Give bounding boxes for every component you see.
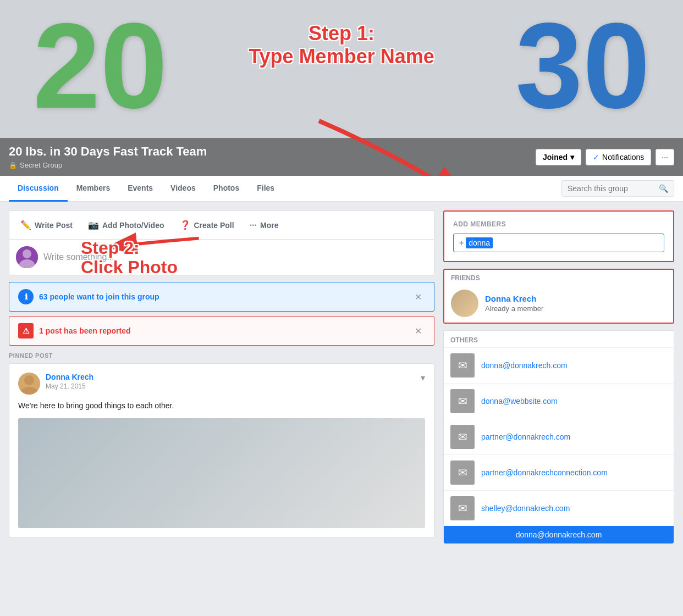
- donna-avatar: [451, 290, 478, 317]
- more-dots-label: ···: [662, 153, 668, 162]
- email-text-3: partner@donnakrechconnection.com: [481, 468, 608, 477]
- email-icon-2: ✉: [450, 425, 475, 449]
- other-row-1[interactable]: ✉ donna@webbsite.com: [444, 383, 674, 419]
- create-poll-button[interactable]: ❓ Create Poll: [173, 215, 241, 235]
- post-content: We're here to bring good things to each …: [18, 400, 425, 412]
- email-text-4: shelley@donnakrech.com: [481, 504, 570, 513]
- search-icon: 🔍: [659, 184, 668, 193]
- create-poll-label: Create Poll: [194, 221, 234, 230]
- svg-point-2: [23, 249, 31, 258]
- lock-icon: 🔒: [9, 162, 17, 169]
- post-author-info: Donna Krech May 21, 2015: [46, 373, 93, 390]
- post-chevron-icon[interactable]: ▾: [421, 373, 425, 383]
- poll-icon: ❓: [180, 220, 191, 230]
- joined-label: Joined: [543, 153, 568, 162]
- others-label: Others: [444, 331, 674, 347]
- report-banner-close[interactable]: ✕: [411, 325, 425, 337]
- other-row-0[interactable]: ✉ donna@donnakrech.com: [444, 347, 674, 383]
- main-layout: ✏️ Write Post 📷 Add Photo/Video ❓ Create…: [0, 202, 683, 553]
- other-row-4[interactable]: ✉ shelley@donnakrech.com: [444, 490, 674, 526]
- email-text-2: partner@donnakrech.com: [481, 432, 570, 441]
- member-name: Donna Krech: [485, 294, 667, 303]
- post-image: [18, 418, 425, 528]
- add-plus-icon: +: [459, 238, 464, 247]
- notifications-button[interactable]: ✓ Notifications: [586, 149, 651, 165]
- join-banner-close[interactable]: ✕: [411, 291, 425, 303]
- cover-title-area: 20 lbs. in 30 Days Fast Track Team 🔒 Sec…: [9, 145, 207, 169]
- member-status: Already a member: [485, 304, 667, 313]
- other-row-5[interactable]: donna@donnakrech.com: [444, 526, 674, 543]
- camera-icon: 📷: [88, 220, 99, 230]
- other-row-3[interactable]: ✉ partner@donnakrechconnection.com: [444, 454, 674, 490]
- email-icon-3: ✉: [450, 460, 475, 485]
- join-banner-text: 63 people want to join this group: [39, 292, 159, 301]
- banner-left-join: ℹ 63 people want to join this group: [18, 289, 159, 304]
- composer-placeholder[interactable]: Write something...: [43, 252, 114, 262]
- joined-button[interactable]: Joined ▾: [536, 149, 581, 165]
- tab-discussion[interactable]: Discussion: [9, 176, 68, 202]
- tab-videos[interactable]: Videos: [162, 176, 205, 202]
- others-section: Others ✉ donna@donnakrech.com ✉ donna@we…: [443, 330, 674, 544]
- add-members-input-row[interactable]: + donna: [453, 234, 664, 252]
- email-icon-4: ✉: [450, 496, 475, 520]
- add-photo-label: Add Photo/Video: [102, 221, 164, 230]
- friends-section: Friends Donna Krech Already a member: [443, 269, 674, 324]
- post-author-area: Donna Krech May 21, 2015: [18, 373, 93, 395]
- left-column: ✏️ Write Post 📷 Add Photo/Video ❓ Create…: [9, 210, 434, 544]
- nav-tabs: Discussion Members Events Videos Photos …: [9, 176, 283, 201]
- other-row-2[interactable]: ✉ partner@donnakrech.com: [444, 419, 674, 454]
- friends-section-label: Friends: [444, 270, 673, 284]
- member-row-donna[interactable]: Donna Krech Already a member: [444, 284, 673, 323]
- email-icon-1: ✉: [450, 389, 475, 413]
- composer-avatar: [16, 246, 38, 268]
- banner-left-report: ⚠ 1 post has been reported: [18, 323, 130, 338]
- write-post-icon: ✏️: [20, 220, 31, 230]
- more-icon: ···: [250, 220, 257, 230]
- check-icon: ✓: [593, 153, 599, 162]
- warning-icon: ⚠: [18, 323, 34, 338]
- post-date: May 21, 2015: [46, 382, 93, 390]
- cover-area: 20 30 Step 1: Type Member Name 20 lbs. i…: [0, 0, 683, 176]
- email-icon-0: ✉: [450, 353, 475, 378]
- tab-files[interactable]: Files: [248, 176, 283, 202]
- tab-photos[interactable]: Photos: [205, 176, 248, 202]
- add-photo-button[interactable]: 📷 Add Photo/Video: [81, 215, 171, 235]
- email-text-5: donna@donnakrech.com: [516, 530, 602, 539]
- info-icon: ℹ: [18, 289, 34, 304]
- more-button[interactable]: ··· More: [243, 215, 285, 235]
- post-author-name[interactable]: Donna Krech: [46, 373, 93, 381]
- more-label: More: [260, 221, 278, 230]
- join-banner: ℹ 63 people want to join this group ✕: [9, 282, 434, 312]
- composer-input-area: Write something...: [9, 240, 434, 275]
- more-options-button[interactable]: ···: [656, 149, 674, 165]
- donna-avatar-img: [451, 290, 478, 317]
- right-column: ADD MEMBERS + donna Friends Donna Krech …: [443, 210, 674, 544]
- tab-members[interactable]: Members: [68, 176, 119, 202]
- tab-events[interactable]: Events: [119, 176, 162, 202]
- report-banner-text: 1 post has been reported: [39, 326, 130, 335]
- cover-actions: Joined ▾ ✓ Notifications ···: [536, 149, 674, 165]
- cover-num-30: 30: [515, 5, 650, 126]
- write-post-label: Write Post: [35, 221, 73, 230]
- search-box[interactable]: 🔍: [561, 180, 674, 197]
- cover-subtitle-text: Secret Group: [20, 161, 62, 169]
- cover-info-bar: 20 lbs. in 30 Days Fast Track Team 🔒 Sec…: [0, 138, 683, 176]
- write-post-button[interactable]: ✏️ Write Post: [14, 215, 79, 235]
- pinned-post-label: PINNED POST: [9, 352, 434, 359]
- composer-actions: ✏️ Write Post 📷 Add Photo/Video ❓ Create…: [9, 211, 434, 240]
- add-members-title: ADD MEMBERS: [453, 220, 664, 228]
- search-input[interactable]: [568, 184, 656, 193]
- post-header: Donna Krech May 21, 2015 ▾: [18, 373, 425, 395]
- notifications-label: Notifications: [602, 153, 644, 162]
- add-members-typed-value: donna: [466, 237, 493, 248]
- cover-title: 20 lbs. in 30 Days Fast Track Team: [9, 145, 207, 159]
- cover-subtitle: 🔒 Secret Group: [9, 161, 207, 169]
- post-avatar: [18, 373, 40, 395]
- post-composer: ✏️ Write Post 📷 Add Photo/Video ❓ Create…: [9, 210, 434, 275]
- member-info: Donna Krech Already a member: [485, 294, 667, 313]
- post-card: Donna Krech May 21, 2015 ▾ We're here to…: [9, 363, 434, 537]
- nav-tabs-bar: Discussion Members Events Videos Photos …: [0, 176, 683, 202]
- svg-point-6: [24, 375, 34, 385]
- add-members-box: ADD MEMBERS + donna: [443, 210, 674, 262]
- email-text-0: donna@donnakrech.com: [481, 361, 568, 370]
